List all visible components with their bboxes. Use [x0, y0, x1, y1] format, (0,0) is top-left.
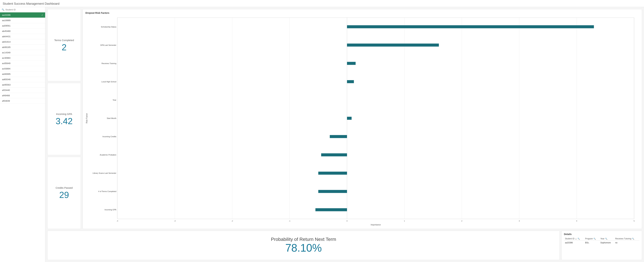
col-receives-tutoring-label: Receives Tutoring — [615, 238, 631, 240]
credits-passed-card: Credits Passed 29 — [47, 157, 81, 229]
col-student-id: Student ID ▲ 🔍 — [564, 237, 584, 241]
svg-rect-21 — [347, 25, 594, 28]
details-table: Student ID ▲ 🔍 Program 🔍 — [564, 237, 640, 245]
svg-rect-45 — [117, 18, 634, 219]
svg-text:4: 4 — [576, 220, 577, 222]
student-item[interactable]: ab45480 — [0, 28, 45, 34]
table-head: Student ID ▲ 🔍 Program 🔍 — [564, 237, 640, 241]
content-area: Terms Completed 2 Incoming GPA 3.42 Cred… — [45, 7, 644, 262]
svg-text:5: 5 — [634, 220, 634, 222]
table-cell-student-id: aa33396 — [564, 241, 584, 245]
svg-text:-1: -1 — [289, 220, 290, 222]
table-body: aa33396BSc.Sophomoreno — [564, 241, 640, 245]
svg-text:Start Month: Start Month — [107, 117, 116, 119]
svg-text:2: 2 — [462, 220, 462, 222]
search-icon: 🔍 — [2, 8, 4, 11]
student-item[interactable]: ad46995 — [0, 71, 45, 77]
table-cell-year: Sophomore — [599, 241, 614, 245]
active-check-icon: ✓ — [42, 14, 43, 16]
probability-card: Probability of Return Next Term 78.10% — [47, 231, 560, 260]
table-row: aa33396BSc.Sophomoreno — [564, 241, 640, 245]
student-item[interactable]: aa16889 — [0, 18, 45, 23]
student-list: aa33396✓aa16889aa59561ab45480ab64431ab91… — [0, 12, 45, 262]
incoming-gpa-card: Incoming GPA 3.42 — [47, 83, 81, 155]
svg-text:Academic Probation: Academic Probation — [100, 154, 116, 156]
incoming-gpa-label: Incoming GPA — [56, 113, 72, 115]
student-item[interactable]: ae95563 — [0, 82, 45, 88]
stat-cards: Terms Completed 2 Incoming GPA 3.42 Cred… — [47, 9, 81, 229]
chart-title: Dropout Risk Factors — [86, 11, 639, 14]
svg-rect-41 — [315, 208, 347, 211]
program-filter-icon[interactable]: 🔍 — [594, 238, 596, 240]
svg-text:Scholarship Status: Scholarship Status — [101, 26, 116, 28]
details-title: Details — [564, 233, 640, 236]
svg-rect-31 — [347, 117, 352, 120]
student-item[interactable]: ac30983 — [0, 55, 45, 61]
svg-rect-35 — [321, 153, 347, 156]
table-header-row: Student ID ▲ 🔍 Program 🔍 — [564, 237, 640, 241]
svg-rect-25 — [347, 62, 356, 65]
terms-completed-label: Terms Completed — [54, 39, 74, 42]
probability-label: Probability of Return Next Term — [271, 237, 336, 242]
student-item[interactable]: ab99185 — [0, 45, 45, 50]
student-item[interactable]: ac93894 — [0, 66, 45, 71]
svg-rect-23 — [347, 44, 439, 47]
svg-text:Receives Tutoring: Receives Tutoring — [102, 62, 116, 64]
svg-text:Year: Year — [112, 99, 116, 101]
col-year-label: Year — [600, 238, 604, 240]
student-item[interactable]: ac85649 — [0, 61, 45, 66]
top-row: Terms Completed 2 Incoming GPA 3.42 Cred… — [47, 9, 642, 229]
svg-rect-39 — [318, 190, 347, 193]
credits-passed-label: Credits Passed — [56, 186, 73, 189]
tutoring-filter-icon[interactable]: 🔍 — [632, 238, 634, 240]
svg-text:-2: -2 — [231, 220, 233, 222]
student-item[interactable]: ad65046 — [0, 77, 45, 82]
search-input[interactable] — [5, 8, 44, 11]
col-student-id-label: Student ID — [565, 238, 574, 240]
chart-svg-wrapper: -4-3-2-1012345Scholarship StatusGPA Last… — [86, 16, 639, 227]
student-item[interactable]: af54839 — [0, 98, 45, 104]
svg-text:3: 3 — [519, 220, 520, 222]
svg-rect-37 — [318, 172, 347, 175]
student-item[interactable]: aa59561 — [0, 23, 45, 28]
search-box: 🔍 — [0, 7, 45, 12]
bottom-row: Probability of Return Next Term 78.10% D… — [47, 231, 642, 260]
svg-text:0: 0 — [346, 220, 348, 222]
svg-text:Local High School: Local High School — [102, 81, 116, 83]
svg-text:Importance: Importance — [370, 224, 381, 226]
student-item[interactable]: ab91914 — [0, 39, 45, 45]
student-item[interactable]: aa33396✓ — [0, 12, 45, 18]
svg-text:Incoming GPA: Incoming GPA — [104, 209, 116, 211]
svg-text:-3: -3 — [174, 220, 176, 222]
details-card: Details Student ID ▲ 🔍 — [562, 231, 642, 260]
svg-text:-4: -4 — [116, 220, 118, 222]
year-filter-icon[interactable]: 🔍 — [605, 238, 608, 240]
main-layout: 🔍 aa33396✓aa16889aa59561ab45480ab64431ab… — [0, 7, 644, 262]
incoming-gpa-value: 3.42 — [56, 117, 72, 125]
terms-completed-value: 2 — [62, 43, 67, 52]
student-item[interactable]: ac14349 — [0, 50, 45, 55]
app-title: Student Success Management Dashboard — [0, 0, 644, 7]
student-item[interactable]: af33440 — [0, 88, 45, 93]
student-item[interactable]: ab64431 — [0, 34, 45, 39]
svg-rect-33 — [330, 135, 347, 138]
student-id-filter-icon[interactable]: 🔍 — [578, 238, 580, 240]
probability-value: 78.10% — [285, 242, 322, 254]
student-item[interactable]: af49466 — [0, 93, 45, 98]
svg-text:1: 1 — [404, 220, 405, 222]
table-cell-receives-tutoring: no — [614, 241, 640, 245]
terms-completed-card: Terms Completed 2 — [47, 9, 81, 81]
svg-text:# of Terms Completed: # of Terms Completed — [98, 190, 116, 192]
svg-rect-27 — [347, 80, 354, 83]
dropout-risk-chart-card: Dropout Risk Factors -4-3-2-1012345Schol… — [82, 9, 642, 229]
risk-factors-chart: -4-3-2-1012345Scholarship StatusGPA Last… — [86, 16, 639, 227]
col-program: Program 🔍 — [584, 237, 599, 241]
student-id-sort-icon[interactable]: ▲ — [575, 238, 577, 240]
col-program-label: Program — [585, 238, 593, 240]
table-cell-program: BSc. — [584, 241, 599, 245]
svg-text:GPA Last Semester: GPA Last Semester — [100, 44, 116, 46]
col-year: Year 🔍 — [599, 237, 614, 241]
col-receives-tutoring: Receives Tutoring 🔍 — [614, 237, 640, 241]
svg-text:Risk Factor: Risk Factor — [86, 113, 88, 123]
credits-passed-value: 29 — [59, 191, 69, 199]
